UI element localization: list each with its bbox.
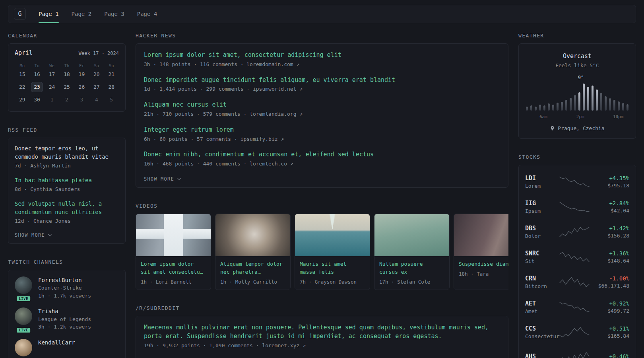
calendar-weekday: Sa <box>94 62 99 69</box>
calendar-day[interactable]: 21 <box>105 69 117 80</box>
stock-values: +0.92% $499.72 <box>590 300 629 314</box>
subreddit-post-title[interactable]: Maecenas mollis pulvinar erat non posuer… <box>144 323 500 341</box>
hn-item-title[interactable]: Donec imperdiet augue tincidunt felis al… <box>144 76 500 85</box>
twitch-channel-meta: 3h · 1.2k viewers <box>38 323 91 331</box>
calendar-day[interactable]: 28 <box>105 82 117 92</box>
hn-item-title[interactable]: Donec enim nibh, condimentum et accumsan… <box>144 150 500 159</box>
twitch-channel-info: Trisha League of Legends 3h · 1.2k viewe… <box>38 307 91 331</box>
stock-sparkline <box>559 301 590 313</box>
page-tab[interactable]: Page 2 <box>72 5 92 23</box>
subreddit-post-meta: 19h · 9,932 points · 1,090 comments · lo… <box>144 342 500 350</box>
app-logo[interactable]: G <box>14 8 26 20</box>
twitch-channel-row[interactable]: LIVE ForrestBurton Counter-Strike 1h · 1… <box>15 276 119 300</box>
hn-show-more-label: SHOW MORE <box>144 176 174 182</box>
twitch-channel-row[interactable]: LIVE Trisha League of Legends 3h · 1.2k … <box>15 307 119 331</box>
calendar-day[interactable]: 24 <box>46 82 58 92</box>
video-card[interactable]: Lorem ipsum dolor sit amet consectetu… 1… <box>136 214 211 290</box>
calendar-day[interactable]: 4 <box>91 95 103 105</box>
hn-show-more-button[interactable]: SHOW MORE <box>144 176 180 182</box>
hn-item-title[interactable]: Integer eget rutrum lorem <box>144 126 500 134</box>
stock-row[interactable]: IIG Ipsum +2.84% $42.04 <box>525 194 629 219</box>
calendar-day[interactable]: 19 <box>76 69 87 80</box>
hn-item: Donec enim nibh, condimentum et accumsan… <box>144 150 500 168</box>
calendar-widget: CALENDAR April Week 17 · 2024 MoTuWeThFr… <box>8 33 126 112</box>
twitch-channel-name[interactable]: ForrestBurton <box>38 276 91 284</box>
rss-item-title[interactable]: Sed volutpat nulla nisl, a condimentum n… <box>15 200 119 216</box>
calendar-month: April <box>15 49 33 56</box>
weather-hour-bar <box>548 103 550 111</box>
stock-row[interactable]: CCS Consectetur +0.51% $165.84 <box>525 319 629 344</box>
calendar-weekday: Tu <box>35 62 40 69</box>
calendar-day[interactable]: 26 <box>76 82 87 92</box>
stock-identity: SNRC Sit <box>525 250 559 264</box>
weather-hour-bar <box>578 92 580 111</box>
stock-row[interactable]: DBS Dolor +1.42% $156.28 <box>525 219 629 244</box>
calendar-day[interactable]: 2 <box>61 95 73 105</box>
stock-price: $42.04 <box>590 208 629 214</box>
twitch-channel-row[interactable]: KendallCarr <box>15 339 119 356</box>
twitch-avatar-wrap: LIVE <box>15 307 32 331</box>
calendar-day[interactable]: 15 <box>16 69 28 80</box>
calendar-day[interactable]: 16 <box>31 69 43 80</box>
rss-item-title[interactable]: Donec tempor eros leo, ut commodo mauris… <box>15 144 119 161</box>
subreddit-card: Maecenas mollis pulvinar erat non posuer… <box>136 316 508 358</box>
rss-item-meta: 12d · Chance Jones <box>15 218 119 225</box>
weather-hour-bar <box>530 105 532 111</box>
live-badge: LIVE <box>16 296 31 302</box>
calendar-day[interactable]: 22 <box>16 82 28 92</box>
twitch-channel-name[interactable]: KendallCarr <box>38 339 75 347</box>
page-tab[interactable]: Page 3 <box>104 5 124 23</box>
stock-identity: IIG Ipsum <box>525 200 559 214</box>
video-title[interactable]: Lorem ipsum dolor sit amet consectetu… <box>141 260 206 276</box>
stock-identity: LDI Lorem <box>525 175 559 189</box>
video-card[interactable]: Nullam posuere cursus ex 17h · Stefan Co… <box>374 214 450 290</box>
weather-hour-bar <box>583 84 585 111</box>
stock-row[interactable]: AET Amet +0.92% $499.72 <box>525 294 629 319</box>
calendar-day[interactable]: 5 <box>105 95 117 105</box>
calendar-day[interactable]: 1 <box>46 95 58 105</box>
stock-values: -1.00% $66,171.48 <box>590 275 629 289</box>
hn-item-title[interactable]: Lorem ipsum dolor sit amet, consectetur … <box>144 51 500 60</box>
hn-item: Lorem ipsum dolor sit amet, consectetur … <box>144 51 500 68</box>
stock-row[interactable]: LDI Lorem +4.35% $795.18 <box>525 169 629 194</box>
rss-show-more-button[interactable]: SHOW MORE <box>15 232 51 238</box>
video-thumbnail <box>374 214 449 256</box>
calendar-day[interactable]: 29 <box>16 95 28 105</box>
rss-item-meta: 7d · Ashlyn Martin <box>15 162 119 170</box>
calendar-day[interactable]: 25 <box>61 82 73 92</box>
hn-item-title[interactable]: Aliquam nec cursus elit <box>144 101 500 109</box>
calendar-day[interactable]: 3 <box>76 95 87 105</box>
page-tab[interactable]: Page 4 <box>137 5 157 23</box>
hn-item: Integer eget rutrum lorem 6h · 60 points… <box>144 126 500 143</box>
video-card[interactable]: Mauris sit amet massa felis 7h · Grayson… <box>295 214 370 290</box>
stock-symbol: IIG <box>525 200 559 207</box>
rss-item-title[interactable]: In hac habitasse platea <box>15 176 119 185</box>
calendar-day[interactable]: 17 <box>46 69 58 80</box>
stock-row[interactable]: SNRC Sit +1.36% $148.64 <box>525 244 629 269</box>
stock-row[interactable]: AHS +0.46% <box>525 344 629 358</box>
weather-hour-bar <box>570 98 572 111</box>
rss-widget: RSS FEED Donec tempor eros leo, ut commo… <box>8 127 126 244</box>
twitch-channel-name[interactable]: Trisha <box>38 307 91 315</box>
page-tab[interactable]: Page 1 <box>39 5 59 23</box>
calendar-day[interactable]: 27 <box>91 82 103 92</box>
calendar-weekday: Su <box>109 62 114 69</box>
calendar-day[interactable]: 18 <box>61 69 73 80</box>
weather-hour-bar <box>561 102 563 111</box>
video-card[interactable]: Suspendisse diam 18h · Tara <box>454 214 508 290</box>
calendar-day[interactable]: 23 <box>31 82 43 92</box>
video-title[interactable]: Aliquam tempor dolor nec pharetra… <box>220 260 285 276</box>
video-title[interactable]: Nullam posuere cursus ex <box>379 260 444 276</box>
hn-item-meta: 16h · 468 points · 440 comments · loremt… <box>144 160 500 168</box>
calendar-day[interactable]: 30 <box>31 95 43 105</box>
calendar-day[interactable]: 20 <box>91 69 103 80</box>
video-title[interactable]: Mauris sit amet massa felis <box>300 260 365 276</box>
dashboard-layout: CALENDAR April Week 17 · 2024 MoTuWeThFr… <box>0 23 644 358</box>
video-card[interactable]: Aliquam tempor dolor nec pharetra… 1h · … <box>215 214 291 290</box>
weather-hourly-chart: 9° <box>526 75 628 111</box>
weather-hour-bar <box>539 105 541 111</box>
videos-widget: VIDEOS Lorem ipsum dolor sit amet consec… <box>136 203 508 290</box>
video-title[interactable]: Suspendisse diam <box>459 260 508 268</box>
stock-row[interactable]: CRN Bitcorn -1.00% $66,171.48 <box>525 269 629 294</box>
video-card-body: Suspendisse diam 18h · Tara <box>454 256 508 282</box>
